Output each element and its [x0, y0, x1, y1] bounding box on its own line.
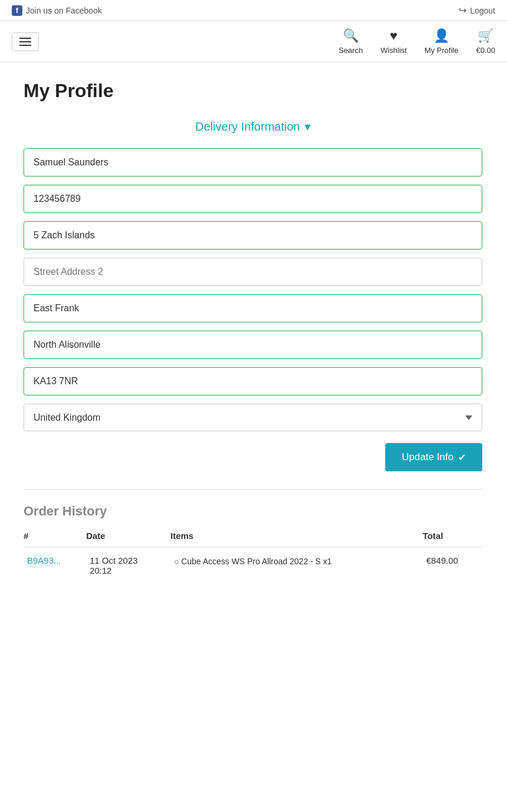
logout-label: Logout [470, 6, 495, 15]
search-nav-item[interactable]: 🔍 Search [339, 28, 363, 55]
city-group [24, 294, 482, 322]
order-table: # Date Items Total B9A93...11 Oct 2023 2… [24, 531, 482, 584]
col-total: Total [423, 531, 482, 547]
update-info-button[interactable]: Update Info ✔ [385, 443, 482, 471]
profile-icon: 👤 [433, 28, 449, 44]
city-input[interactable] [24, 294, 482, 322]
order-table-body: B9A93...11 Oct 2023 20:12Cube Access WS … [24, 547, 482, 584]
address1-input[interactable] [24, 221, 482, 249]
hamburger-line [19, 38, 31, 39]
profile-label: My Profile [425, 46, 459, 55]
address1-group [24, 221, 482, 249]
order-history-title: Order History [24, 504, 482, 519]
wishlist-label: Wishlist [381, 46, 407, 55]
delivery-section-label: Delivery Information [195, 120, 300, 134]
search-label: Search [339, 46, 363, 55]
facebook-icon: f [12, 5, 22, 16]
phone-input[interactable] [24, 185, 482, 213]
top-bar: f Join us on Facebook ↪ Logout [0, 0, 507, 21]
main-nav: 🔍 Search ♥ Wishlist 👤 My Profile 🛒 €0.00 [0, 21, 507, 62]
update-btn-row: Update Info ✔ [24, 443, 482, 471]
list-item: Cube Access WS Pro Allroad 2022 - S x1 [174, 555, 419, 568]
nav-icons: 🔍 Search ♥ Wishlist 👤 My Profile 🛒 €0.00 [339, 28, 495, 55]
country-select[interactable]: United KingdomIrelandUnited StatesFrance… [24, 404, 482, 431]
col-date: Date [86, 531, 170, 547]
full-name-group [24, 148, 482, 177]
cart-icon: 🛒 [478, 28, 493, 44]
logout-button[interactable]: ↪ Logout [459, 5, 495, 16]
facebook-link[interactable]: f Join us on Facebook [12, 5, 102, 16]
col-number: # [24, 531, 86, 547]
logout-icon: ↪ [459, 5, 466, 16]
search-icon: 🔍 [343, 28, 359, 44]
county-input[interactable] [24, 331, 482, 359]
divider [24, 489, 482, 490]
page-title: My Profile [24, 80, 482, 102]
wishlist-nav-item[interactable]: ♥ Wishlist [381, 28, 407, 55]
cart-total: €0.00 [476, 46, 495, 55]
order-items: Cube Access WS Pro Allroad 2022 - S x1 [171, 547, 423, 584]
delivery-section-toggle[interactable]: Delivery Information ▾ [24, 119, 482, 134]
update-info-label: Update Info [402, 451, 453, 463]
postcode-group [24, 367, 482, 395]
profile-nav-item[interactable]: 👤 My Profile [425, 28, 459, 55]
hamburger-line [19, 41, 31, 42]
heart-icon: ♥ [390, 28, 398, 44]
chevron-down-icon: ▾ [305, 119, 311, 134]
order-total: €849.00 [423, 547, 482, 584]
cart-nav-item[interactable]: 🛒 €0.00 [476, 28, 495, 55]
full-name-input[interactable] [24, 148, 482, 177]
main-content: My Profile Delivery Information ▾ United… [0, 62, 506, 601]
address2-group [24, 258, 482, 286]
phone-group [24, 185, 482, 213]
col-items: Items [171, 531, 423, 547]
hamburger-menu[interactable] [12, 32, 39, 51]
order-date: 11 Oct 2023 20:12 [86, 547, 170, 584]
facebook-label: Join us on Facebook [26, 6, 102, 15]
checkmark-icon: ✔ [458, 452, 466, 463]
table-row: B9A93...11 Oct 2023 20:12Cube Access WS … [24, 547, 482, 584]
address2-input[interactable] [24, 258, 482, 286]
county-group [24, 331, 482, 359]
hamburger-line [19, 45, 31, 46]
order-table-header: # Date Items Total [24, 531, 482, 547]
order-id-link[interactable]: B9A93... [27, 555, 61, 565]
country-group: United KingdomIrelandUnited StatesFrance… [24, 404, 482, 431]
postcode-input[interactable] [24, 367, 482, 395]
